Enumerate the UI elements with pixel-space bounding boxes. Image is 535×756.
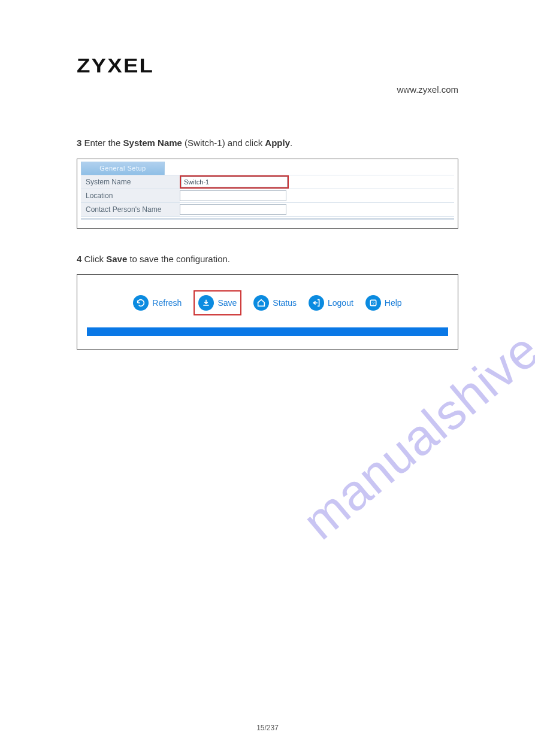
page-footer: 15/237 [0, 724, 535, 732]
refresh-button[interactable]: Refresh [133, 295, 182, 311]
location-input[interactable] [180, 190, 286, 201]
figure-toolbar: Refresh Save Status [77, 274, 458, 350]
toolbar: Refresh Save Status [86, 290, 449, 315]
figure-general-setup: General Setup System Name Switch-1 Locat… [77, 159, 458, 229]
help-label: Help [385, 298, 402, 308]
tab-general-setup[interactable]: General Setup [81, 162, 165, 175]
row-system-name: System Name Switch-1 [81, 175, 454, 189]
row-contact: Contact Person's Name [81, 202, 454, 216]
status-button[interactable]: Status [253, 295, 297, 311]
system-name-input[interactable]: Switch-1 [181, 177, 288, 187]
svg-text:?: ? [372, 300, 374, 306]
refresh-icon [133, 295, 149, 311]
label-location: Location [81, 189, 180, 202]
status-icon [253, 295, 269, 311]
setup-table: System Name Switch-1 Location Contact Pe… [81, 175, 454, 217]
logout-icon [309, 295, 324, 311]
step-4: 4 Click Save to save the configuration. [77, 253, 458, 266]
step-number: 4 [77, 254, 81, 264]
save-label: Save [217, 298, 237, 308]
row-location: Location [81, 189, 454, 202]
step-3: 3 Enter the System Name (Switch-1) and c… [77, 136, 458, 150]
toolbar-separator [87, 327, 448, 336]
save-button[interactable]: Save [194, 290, 241, 315]
save-icon [198, 295, 214, 311]
label-system-name: System Name [81, 175, 180, 189]
logout-label: Logout [328, 298, 353, 308]
refresh-label: Refresh [152, 298, 182, 308]
step-number: 3 [77, 138, 81, 148]
handbook-link[interactable]: www.zyxel.com [77, 84, 458, 95]
contact-input[interactable] [180, 204, 286, 215]
logout-button[interactable]: Logout [309, 295, 353, 311]
status-label: Status [273, 298, 297, 308]
help-button[interactable]: ? Help [365, 295, 402, 311]
help-icon: ? [365, 295, 381, 311]
label-contact: Contact Person's Name [81, 202, 180, 216]
brand-logo: ZYXEL [77, 54, 489, 77]
